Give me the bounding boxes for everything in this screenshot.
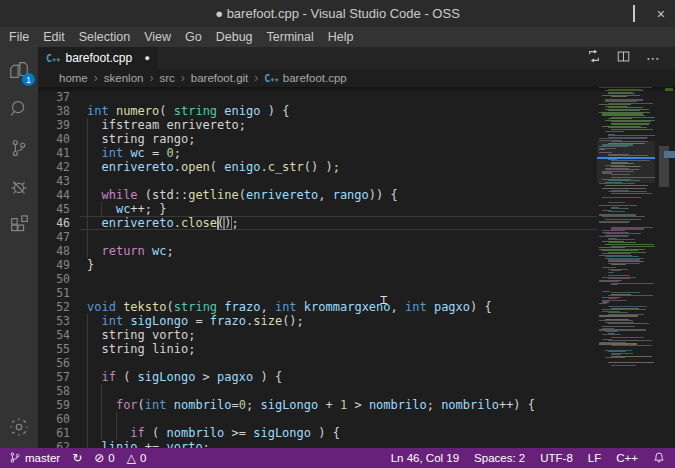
status-sync[interactable]: ↻ <box>72 451 82 465</box>
status-utf-8[interactable]: UTF-8 <box>540 452 573 464</box>
breadcrumb-item-src[interactable]: src <box>159 72 174 84</box>
minimap-line <box>602 197 641 198</box>
split-editor-icon[interactable] <box>617 49 630 67</box>
code-text <box>87 356 597 370</box>
code-line-41[interactable]: 41 int wc = 0; <box>38 146 597 160</box>
code-line-59[interactable]: 59 for(int nombrilo=0; sigLongo + 1 > no… <box>38 398 597 412</box>
source-control-icon[interactable] <box>6 135 32 161</box>
workbench: 1 C++ barefoot.cpp ● <box>0 47 675 448</box>
open-changes-icon[interactable] <box>587 49 601 67</box>
minimap-line <box>602 188 646 189</box>
title-bar: ● barefoot.cpp - Visual Studio Code - OS… <box>0 0 675 27</box>
code-line-52[interactable]: 52void teksto(string frazo, int krommarg… <box>38 300 597 314</box>
line-number: 56 <box>38 356 87 370</box>
breadcrumb-item-home[interactable]: home <box>59 72 88 84</box>
code-rows: 363738int numero( string enigo ) {39 ifs… <box>38 87 597 448</box>
menu-selection[interactable]: Selection <box>72 28 137 46</box>
code-line-58[interactable]: 58 <box>38 384 597 398</box>
menu-debug[interactable]: Debug <box>209 28 260 46</box>
code-line-40[interactable]: 40 string rango; <box>38 132 597 146</box>
indent-guide <box>87 230 88 244</box>
status-master[interactable]: master <box>9 451 60 466</box>
git-branch-icon <box>9 451 21 466</box>
search-icon[interactable] <box>6 96 32 122</box>
close-button[interactable]: × <box>657 9 665 19</box>
more-actions-icon[interactable]: ⋯ <box>646 50 661 66</box>
status-0[interactable]: ⊘0 <box>94 451 114 465</box>
line-number: 45 <box>38 202 87 216</box>
breadcrumb-item-skenlon[interactable]: skenlon <box>104 72 144 84</box>
code-line-45[interactable]: 45 wc++; } <box>38 202 597 216</box>
code-line-49[interactable]: 49} <box>38 258 597 272</box>
status-lf[interactable]: LF <box>588 452 601 464</box>
menu-edit[interactable]: Edit <box>36 28 72 46</box>
line-number: 61 <box>38 426 87 440</box>
code-line-48[interactable]: 48 return wc; <box>38 244 597 258</box>
code-text <box>87 412 597 426</box>
code-text: } <box>87 258 597 272</box>
menu-file[interactable]: File <box>2 28 36 46</box>
close-icon: × <box>657 6 665 22</box>
maximize-button[interactable] <box>633 6 635 21</box>
line-number: 55 <box>38 342 87 356</box>
explorer-icon[interactable]: 1 <box>6 57 32 83</box>
code-line-42[interactable]: 42 enrivereto.open( enigo.c_str() ); <box>38 160 597 174</box>
line-number: 48 <box>38 244 87 258</box>
status-bell[interactable] <box>653 451 665 466</box>
code-line-54[interactable]: 54 string vorto; <box>38 328 597 342</box>
minimap-line <box>605 331 618 332</box>
code-line-47[interactable]: 47 <box>38 230 597 244</box>
tab-barefoot-cpp[interactable]: C++ barefoot.cpp ● <box>38 47 158 69</box>
tab-label: barefoot.cpp <box>65 51 132 65</box>
code-line-50[interactable]: 50 <box>38 272 597 286</box>
line-number: 39 <box>38 118 87 132</box>
code-line-39[interactable]: 39 ifstream enrivereto; <box>38 118 597 132</box>
code-line-53[interactable]: 53 int sigLongo = frazo.size(); <box>38 314 597 328</box>
code-line-56[interactable]: 56 <box>38 356 597 370</box>
menu-help[interactable]: Help <box>321 28 361 46</box>
settings-gear-icon[interactable] <box>6 414 32 440</box>
breadcrumb-item-barefoot-git[interactable]: barefoot.git <box>191 72 249 84</box>
editor-actions: ⋯ <box>587 47 675 69</box>
code-line-51[interactable]: 51 <box>38 286 597 300</box>
menu-terminal[interactable]: Terminal <box>260 28 321 46</box>
minimap-line <box>608 211 625 212</box>
status-0[interactable]: △0 <box>127 451 147 465</box>
minimap[interactable] <box>597 87 655 448</box>
explorer-badge: 1 <box>22 73 35 86</box>
code-line-46[interactable]: 46 enrivereto.close(); <box>38 216 597 230</box>
overview-ruler-mark-green <box>665 88 673 91</box>
minimap-line <box>608 261 644 262</box>
scrollbar[interactable] <box>655 87 675 448</box>
status-spaces-2[interactable]: Spaces: 2 <box>474 452 525 464</box>
code-line-37[interactable]: 37 <box>38 90 597 104</box>
debug-icon[interactable] <box>6 174 32 200</box>
status-ln-46-col-19[interactable]: Ln 46, Col 19 <box>391 452 459 464</box>
menu-go[interactable]: Go <box>178 28 209 46</box>
code-line-62[interactable]: 62 linio += vorto; <box>38 440 597 448</box>
code-text: void teksto(string frazo, int krommargxe… <box>87 300 597 314</box>
extensions-icon[interactable] <box>6 213 32 239</box>
cpp-file-icon: C++ <box>264 73 278 84</box>
indent-guide <box>87 160 88 174</box>
indent-guide <box>116 426 117 440</box>
code-line-43[interactable]: 43 <box>38 174 597 188</box>
code-line-60[interactable]: 60 <box>38 412 597 426</box>
status-c++[interactable]: C++ <box>616 452 638 464</box>
breadcrumb-item-barefoot-cpp[interactable]: C++barefoot.cpp <box>264 72 346 84</box>
indent-guide <box>87 216 88 230</box>
minimap-viewport[interactable] <box>597 141 655 183</box>
modified-dot-icon[interactable]: ● <box>145 53 150 63</box>
window-controls: × <box>611 0 665 27</box>
minimap-line <box>608 202 625 203</box>
sync-icon: ↻ <box>72 451 82 465</box>
code-line-61[interactable]: 61 if ( nombrilo >= sigLongo ) { <box>38 426 597 440</box>
code-editor[interactable]: 363738int numero( string enigo ) {39 ifs… <box>38 87 675 448</box>
minimap-line <box>611 96 627 97</box>
code-line-44[interactable]: 44 while (std::getline(enrivereto, rango… <box>38 188 597 202</box>
code-line-55[interactable]: 55 string linio; <box>38 342 597 356</box>
code-line-57[interactable]: 57 if ( sigLongo > pagxo ) { <box>38 370 597 384</box>
breadcrumb-separator: › <box>149 71 153 85</box>
code-line-38[interactable]: 38int numero( string enigo ) { <box>38 104 597 118</box>
menu-view[interactable]: View <box>137 28 178 46</box>
